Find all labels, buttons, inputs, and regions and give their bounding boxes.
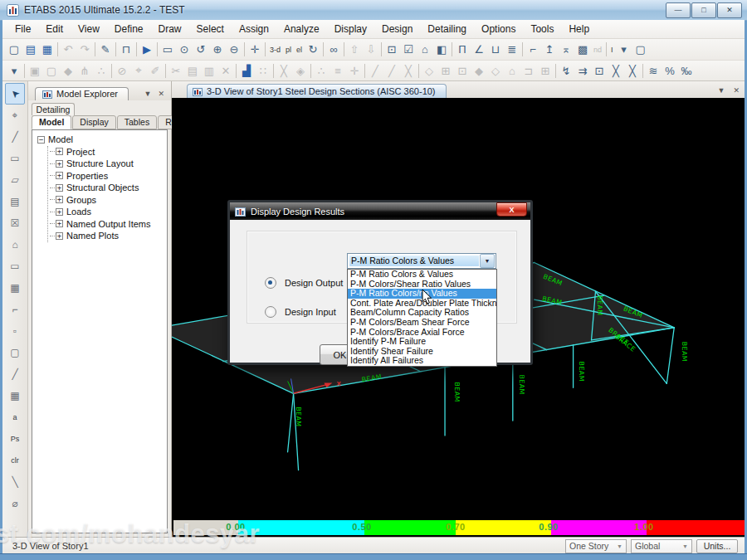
tent-frame-icon[interactable]: ⌅ — [558, 41, 574, 58]
tree-item[interactable]: + Groups — [50, 194, 167, 207]
frame-property-icon[interactable]: ⌐ — [525, 41, 541, 58]
draw-link-icon[interactable]: ╱ — [5, 363, 25, 385]
frame-trim-icon[interactable]: ╳ — [624, 62, 641, 80]
draw-window-icon[interactable]: ▦ — [5, 277, 25, 299]
select-all-icon[interactable]: a — [5, 407, 25, 428]
draw-brace-icon[interactable]: ▱ — [5, 169, 25, 191]
reshape-object-icon[interactable]: ⌖ — [5, 105, 25, 126]
draw-frame-dashed-icon[interactable]: ▭ — [5, 148, 25, 169]
previous-selection-icon[interactable]: Ps — [5, 428, 25, 450]
restore-previous-zoom-icon[interactable]: ↺ — [193, 41, 209, 58]
set-elevation-view-icon[interactable]: el — [294, 41, 305, 58]
tree-item[interactable]: + Project — [50, 146, 167, 158]
expand-icon[interactable]: + — [56, 220, 63, 227]
dropdown-option[interactable]: P-M Ratio Colors & Values — [348, 270, 496, 280]
tree-item[interactable]: + Properties — [50, 170, 167, 183]
view-close-icon[interactable]: ✕ — [733, 86, 740, 95]
draw-dashed-square-icon[interactable]: ▫ — [5, 320, 25, 342]
dropdown-option[interactable]: Identify All Failures — [348, 356, 496, 366]
menu-item[interactable]: Options — [474, 22, 523, 37]
snap-node-icon[interactable]: ⌀ — [5, 493, 25, 514]
percent-utilization-icon[interactable]: % — [662, 62, 678, 80]
edit-pencil-icon[interactable]: ✎ — [97, 41, 114, 58]
image-view-icon[interactable]: ▩ — [574, 41, 591, 58]
open-model-icon[interactable]: ▤ — [22, 41, 39, 58]
set-plan-view-icon[interactable]: pl — [283, 41, 294, 58]
lock-model-icon[interactable]: ⊓ — [118, 41, 134, 58]
expand-icon[interactable]: + — [56, 184, 63, 192]
expand-icon[interactable]: + — [56, 172, 63, 179]
select-line-icon[interactable]: ╲ — [5, 471, 25, 493]
set-3d-view-icon[interactable]: 3-d — [267, 41, 283, 58]
dropdown-option[interactable]: Beam/Column Capacity Ratios — [348, 308, 496, 318]
section-dropdown-icon[interactable]: ▾ — [616, 41, 632, 58]
tree-item[interactable]: + Structural Objects — [50, 182, 167, 194]
tab-detailing[interactable]: Detailing — [32, 103, 75, 115]
model-explorer-tab-item[interactable]: Display — [72, 115, 115, 129]
view-caret-icon[interactable]: ▼ — [718, 86, 725, 95]
model-explorer-tab[interactable]: Model Explorer — [35, 87, 129, 100]
tree-root[interactable]: − Model — [37, 134, 167, 146]
zoom-out-icon[interactable]: ⊖ — [226, 41, 242, 58]
expand-icon[interactable]: + — [56, 196, 63, 203]
draw-frame-icon[interactable]: Π — [454, 41, 471, 58]
story-selector-combo[interactable]: One Story ▼ — [565, 539, 627, 553]
tree-item[interactable]: + Named Output Items — [50, 218, 167, 231]
toolbar-options-icon[interactable]: ▾ — [6, 62, 22, 80]
menu-item[interactable]: Design — [374, 22, 420, 37]
run-analysis-icon[interactable]: ▶ — [139, 41, 155, 58]
object-view-icon[interactable]: ◧ — [433, 41, 450, 58]
steel-section-icon[interactable]: I — [608, 41, 616, 58]
draw-joint-icon[interactable]: ╱ — [5, 126, 25, 148]
minimize-button[interactable]: — — [666, 2, 691, 18]
tree-item[interactable]: + Structure Layout — [50, 158, 167, 170]
draw-secondary-beam-icon[interactable]: ▤ — [5, 191, 25, 212]
draw-grid-icon[interactable]: ▦ — [5, 385, 25, 407]
menu-item[interactable]: Edit — [38, 22, 71, 37]
rubber-band-zoom-icon[interactable]: ▭ — [159, 41, 176, 58]
joint-assigns-icon[interactable]: ⌂ — [417, 41, 433, 58]
zoom-in-icon[interactable]: ⊕ — [209, 41, 226, 58]
assign-multi-icon[interactable]: ⇉ — [574, 62, 591, 80]
assign-load-icon[interactable]: ↯ — [558, 62, 574, 80]
expand-icon[interactable]: + — [56, 160, 63, 168]
menu-item[interactable]: Define — [107, 22, 151, 37]
restore-button[interactable]: □ — [691, 2, 716, 18]
dialog-title-bar[interactable]: Display Design Results X — [230, 202, 530, 220]
draw-wall-icon[interactable]: ▭ — [5, 256, 25, 277]
menu-item[interactable]: Analyze — [276, 22, 327, 37]
interactive-database-icon[interactable]: ▟ — [238, 62, 255, 80]
units-button[interactable]: Units... — [696, 539, 738, 553]
object-shrink-toggle-icon[interactable]: ⊡ — [383, 41, 400, 58]
set-display-options-icon[interactable]: ☑ — [400, 41, 417, 58]
view-canvas[interactable]: X BEAMBEAMBEAMBEAMBEAMBRACEBRACEBEAMBEAM… — [172, 98, 745, 537]
draw-square-icon[interactable]: ▢ — [5, 342, 25, 363]
clear-selection-icon[interactable]: clr — [5, 450, 25, 471]
expand-icon[interactable]: + — [56, 148, 63, 155]
draw-l-shape-icon[interactable]: ⌐ — [5, 299, 25, 320]
draw-extrude-icon[interactable]: ⊔ — [487, 41, 504, 58]
menu-item[interactable]: Assign — [232, 22, 276, 37]
select-pointer-icon[interactable]: ➤ — [5, 83, 25, 105]
tree-item[interactable]: + Named Plots — [50, 230, 167, 242]
draw-angle-icon[interactable]: ∠ — [471, 41, 487, 58]
dropdown-option[interactable]: Identify P-M Failure — [348, 337, 496, 347]
menu-item[interactable]: Select — [189, 22, 232, 37]
section-box-icon[interactable]: ▢ — [632, 41, 649, 58]
menu-item[interactable]: Tools — [523, 22, 561, 37]
model-explorer-tab-item[interactable]: Tables — [117, 115, 157, 129]
pan-icon[interactable]: ✛ — [247, 41, 263, 58]
model-explorer-pin-caret-icon[interactable]: ▼ — [144, 90, 152, 98]
dialog-close-button[interactable]: X — [496, 202, 527, 217]
combo-dropdown-icon[interactable]: ▼ — [480, 254, 495, 268]
design-input-radio[interactable] — [265, 306, 276, 318]
zoom-to-selection-icon[interactable]: ⊙ — [176, 41, 193, 58]
menu-item[interactable]: File — [7, 22, 38, 37]
menu-item[interactable]: Help — [561, 22, 597, 37]
menu-item[interactable]: View — [71, 22, 107, 37]
collapse-icon[interactable]: − — [37, 136, 45, 144]
design-output-combo[interactable]: P-M Ratio Colors & Values ▼ — [347, 253, 496, 269]
close-button[interactable]: ✕ — [717, 2, 742, 18]
design-output-radio[interactable] — [265, 277, 276, 289]
model-explorer-tab-item[interactable]: Model — [32, 115, 71, 129]
